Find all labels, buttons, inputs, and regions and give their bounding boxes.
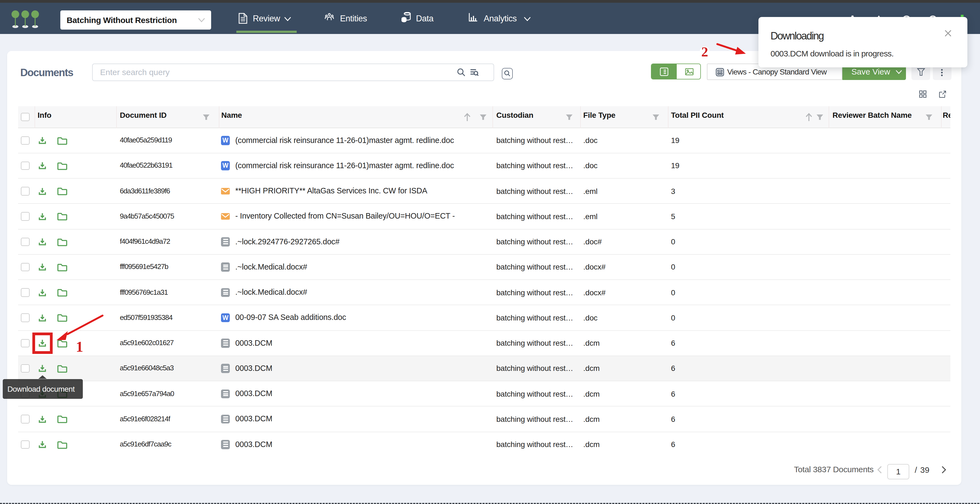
svg-text:2: 2 — [702, 44, 708, 59]
svg-text:1: 1 — [76, 339, 83, 353]
